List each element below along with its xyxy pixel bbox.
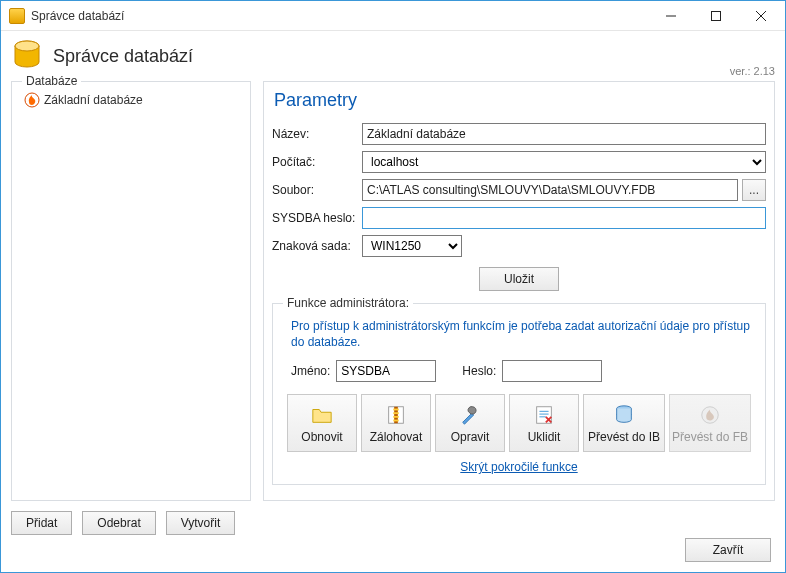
name-input[interactable] (362, 123, 766, 145)
folder-icon (308, 403, 336, 427)
right-column: Parametry Název: Počítač: localhost Soub… (263, 81, 775, 535)
file-input[interactable] (362, 179, 738, 201)
window-title: Správce databází (31, 9, 124, 23)
list-item[interactable]: Základní databáze (20, 90, 242, 110)
admin-functions-group: Funkce administrátora: Pro přístup k adm… (272, 303, 766, 485)
convert-to-fb-button: Převést do FB (669, 394, 751, 452)
admin-info-text: Pro přístup k administrátorským funkcím … (291, 318, 755, 350)
admin-user-label: Jméno: (291, 364, 330, 378)
minimize-icon (666, 11, 676, 21)
row-sysdba-password: SYSDBA heslo: (272, 207, 766, 229)
tool-label: Převést do IB (588, 430, 660, 444)
parameters-group: Parametry Název: Počítač: localhost Soub… (263, 81, 775, 501)
database-stack-icon (610, 403, 638, 427)
close-button[interactable] (738, 2, 783, 30)
admin-password-label: Heslo: (462, 364, 496, 378)
svg-rect-9 (393, 408, 399, 410)
app-window: Správce databází Správce databází ver.: … (0, 0, 786, 573)
repair-button[interactable]: Opravit (435, 394, 505, 452)
left-column: Databáze Základní databáze Přidat (11, 81, 251, 535)
list-item-label: Základní databáze (44, 93, 143, 107)
svg-rect-10 (393, 412, 399, 414)
svg-rect-1 (711, 11, 720, 20)
convert-to-ib-button[interactable]: Převést do IB (583, 394, 665, 452)
svg-rect-12 (393, 419, 399, 421)
title-bar: Správce databází (1, 1, 785, 31)
tool-label: Opravit (451, 430, 490, 444)
restore-button[interactable]: Obnovit (287, 394, 357, 452)
tool-label: Obnovit (301, 430, 342, 444)
row-computer: Počítač: localhost (272, 151, 766, 173)
parameters-title: Parametry (274, 90, 766, 111)
save-row: Uložit (272, 267, 766, 291)
minimize-button[interactable] (648, 2, 693, 30)
tool-label: Převést do FB (672, 430, 748, 444)
firebird-gray-icon (696, 403, 724, 427)
admin-user-input[interactable] (336, 360, 436, 382)
name-label: Název: (272, 127, 362, 141)
maximize-icon (711, 11, 721, 21)
sysdba-password-input[interactable] (362, 207, 766, 229)
archive-icon (382, 403, 410, 427)
browse-button[interactable]: ... (742, 179, 766, 201)
cleanup-button[interactable]: Uklidit (509, 394, 579, 452)
computer-select[interactable]: localhost (362, 151, 766, 173)
admin-credentials-row: Jméno: Heslo: (291, 360, 755, 382)
row-charset: Znaková sada: WIN1250 (272, 235, 766, 257)
database-buttons: Přidat Odebrat Vytvořit (11, 511, 251, 535)
computer-label: Počítač: (272, 155, 362, 169)
charset-select[interactable]: WIN1250 (362, 235, 462, 257)
hide-advanced-link[interactable]: Skrýt pokročilé funkce (460, 460, 577, 474)
backup-button[interactable]: Zálohovat (361, 394, 431, 452)
close-icon (756, 11, 766, 21)
version-label: ver.: 2.13 (730, 65, 775, 77)
header: Správce databází ver.: 2.13 (1, 31, 785, 81)
close-dialog-button[interactable]: Zavřít (685, 538, 771, 562)
note-icon (530, 403, 558, 427)
charset-label: Znaková sada: (272, 239, 362, 253)
firebird-icon (24, 92, 40, 108)
file-label: Soubor: (272, 183, 362, 197)
main-area: Databáze Základní databáze Přidat (1, 81, 785, 535)
page-title: Správce databází (53, 46, 193, 67)
database-list[interactable]: Základní databáze (20, 90, 242, 492)
tools-icon (456, 403, 484, 427)
save-button[interactable]: Uložit (479, 267, 559, 291)
sysdba-password-label: SYSDBA heslo: (272, 211, 362, 225)
row-file: Soubor: ... (272, 179, 766, 201)
svg-rect-11 (393, 416, 399, 418)
database-icon (11, 39, 43, 73)
admin-tool-buttons: Obnovit Zálohovat (287, 394, 751, 452)
admin-password-input[interactable] (502, 360, 602, 382)
footer: Zavřít (685, 538, 771, 562)
tool-label: Zálohovat (370, 430, 423, 444)
app-icon (9, 8, 25, 24)
tool-label: Uklidit (528, 430, 561, 444)
database-list-title: Databáze (22, 74, 81, 88)
add-button[interactable]: Přidat (11, 511, 72, 535)
maximize-button[interactable] (693, 2, 738, 30)
database-list-group: Databáze Základní databáze (11, 81, 251, 501)
svg-point-5 (15, 41, 39, 51)
row-name: Název: (272, 123, 766, 145)
create-button[interactable]: Vytvořit (166, 511, 236, 535)
window-controls (648, 2, 783, 30)
remove-button[interactable]: Odebrat (82, 511, 155, 535)
hide-advanced-row: Skrýt pokročilé funkce (283, 460, 755, 474)
admin-group-title: Funkce administrátora: (283, 296, 413, 310)
